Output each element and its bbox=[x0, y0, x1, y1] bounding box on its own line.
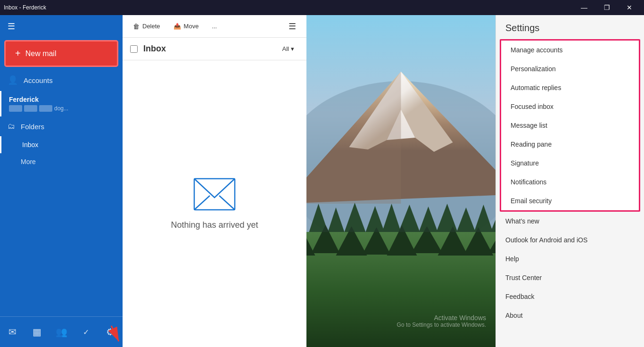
settings-plain-group: What's new Outlook for Android and iOS H… bbox=[496, 212, 644, 325]
svg-line-4 bbox=[219, 196, 235, 210]
sidebar: ☰ + New mail 👤 Accounts Ferderick dog... bbox=[0, 15, 123, 347]
calendar-nav-button[interactable]: ▦ bbox=[25, 321, 48, 343]
svg-rect-2 bbox=[194, 179, 235, 210]
email-block-3 bbox=[39, 105, 52, 112]
settings-highlighted-group: Manage accounts Personalization Automati… bbox=[500, 39, 640, 212]
email-block-2 bbox=[24, 105, 37, 112]
mail-nav-button[interactable]: ✉ bbox=[1, 321, 24, 343]
tasks-nav-button[interactable]: ✓ bbox=[74, 321, 97, 343]
plus-icon: + bbox=[15, 48, 21, 59]
person-icon: 👤 bbox=[8, 75, 18, 85]
select-all-button[interactable]: ☰ bbox=[284, 18, 301, 34]
mail-header: Inbox All ▾ bbox=[123, 38, 306, 60]
settings-nav-button[interactable]: ⚙ bbox=[99, 321, 122, 343]
minimize-button[interactable]: — bbox=[573, 0, 595, 15]
settings-item-focused-inbox[interactable]: Focused inbox bbox=[501, 97, 639, 116]
folder-icon: 🗂 bbox=[8, 122, 15, 131]
title-bar: Inbox - Ferderick — ❐ ✕ bbox=[0, 0, 644, 15]
mail-empty-state: Nothing has arrived yet bbox=[123, 60, 306, 347]
settings-item-feedback[interactable]: Feedback bbox=[496, 287, 644, 306]
more-toolbar-icon: ... bbox=[212, 23, 217, 30]
calendar-icon: ▦ bbox=[33, 326, 41, 338]
mail-toolbar: 🗑 Delete 📤 Move ... ☰ bbox=[123, 15, 306, 38]
account-email-row: dog... bbox=[9, 105, 115, 112]
inbox-title: Inbox bbox=[143, 44, 166, 54]
move-button[interactable]: 📤 Move bbox=[169, 20, 204, 33]
settings-item-whats-new[interactable]: What's new bbox=[496, 212, 644, 231]
delete-button[interactable]: 🗑 Delete bbox=[128, 20, 165, 33]
filter-label: All bbox=[282, 45, 289, 52]
settings-panel: Settings Manage accounts Personalization… bbox=[495, 15, 644, 347]
email-block-1 bbox=[9, 105, 22, 112]
settings-item-email-security[interactable]: Email security bbox=[501, 191, 639, 210]
email-suffix: dog... bbox=[54, 105, 68, 112]
app-body: ☰ + New mail 👤 Accounts Ferderick dog... bbox=[0, 15, 644, 347]
delete-label: Delete bbox=[142, 23, 160, 30]
settings-item-outlook-mobile[interactable]: Outlook for Android and iOS bbox=[496, 231, 644, 249]
hamburger-button[interactable]: ☰ bbox=[0, 15, 23, 38]
settings-item-reading-pane[interactable]: Reading pane bbox=[501, 135, 639, 154]
move-icon: 📤 bbox=[173, 23, 181, 30]
maximize-button[interactable]: ❐ bbox=[596, 0, 618, 15]
mail-area: 🗑 Delete 📤 Move ... ☰ Inbox All ▾ bbox=[123, 15, 306, 347]
settings-item-trust-center[interactable]: Trust Center bbox=[496, 268, 644, 287]
settings-title: Settings bbox=[496, 15, 644, 39]
account-name: Ferderick bbox=[9, 96, 115, 103]
new-mail-button[interactable]: + New mail bbox=[6, 41, 117, 66]
filter-button[interactable]: All ▾ bbox=[278, 42, 299, 55]
sidebar-item-inbox[interactable]: Inbox bbox=[0, 136, 123, 153]
people-nav-button[interactable]: 👥 bbox=[50, 321, 73, 343]
settings-item-help[interactable]: Help bbox=[496, 249, 644, 268]
delete-icon: 🗑 bbox=[133, 23, 140, 30]
background-mountain bbox=[306, 15, 495, 347]
settings-item-notifications[interactable]: Notifications bbox=[501, 173, 639, 191]
sidebar-top: ☰ + New mail 👤 Accounts Ferderick dog... bbox=[0, 15, 123, 316]
account-item[interactable]: Ferderick dog... bbox=[0, 91, 123, 116]
folders-label: Folders bbox=[21, 123, 44, 131]
empty-envelope-icon bbox=[193, 178, 236, 211]
chevron-down-icon: ▾ bbox=[291, 45, 294, 52]
empty-message: Nothing has arrived yet bbox=[171, 220, 258, 230]
inbox-folder-label: Inbox bbox=[22, 141, 38, 149]
window-title: Inbox - Ferderick bbox=[4, 4, 46, 11]
svg-line-3 bbox=[194, 196, 210, 210]
window-controls: — ❐ ✕ bbox=[573, 0, 640, 15]
background-area: Activate Windows Go to Settings to activ… bbox=[306, 15, 495, 347]
folders-section[interactable]: 🗂 Folders bbox=[0, 116, 123, 136]
tasks-icon: ✓ bbox=[83, 328, 89, 337]
new-mail-label: New mail bbox=[25, 50, 57, 58]
close-button[interactable]: ✕ bbox=[619, 0, 640, 15]
settings-item-automatic-replies[interactable]: Automatic replies bbox=[501, 78, 639, 97]
more-label: More bbox=[21, 158, 36, 165]
settings-item-about[interactable]: About bbox=[496, 306, 644, 325]
mail-icon: ✉ bbox=[8, 326, 17, 338]
hamburger-icon: ☰ bbox=[8, 21, 15, 32]
accounts-label: Accounts bbox=[24, 76, 53, 84]
select-all-checkbox[interactable] bbox=[130, 45, 138, 53]
settings-item-personalization[interactable]: Personalization bbox=[501, 59, 639, 78]
settings-item-message-list[interactable]: Message list bbox=[501, 116, 639, 135]
people-icon: 👥 bbox=[56, 326, 67, 338]
more-toolbar-button[interactable]: ... bbox=[207, 20, 222, 33]
settings-item-signature[interactable]: Signature bbox=[501, 154, 639, 173]
move-label: Move bbox=[184, 23, 199, 30]
settings-item-manage-accounts[interactable]: Manage accounts bbox=[501, 41, 639, 59]
sidebar-item-more[interactable]: More bbox=[0, 153, 123, 170]
settings-icon: ⚙ bbox=[106, 326, 115, 338]
sidebar-bottom-nav: ✉ ▦ 👥 ✓ ⚙ bbox=[0, 316, 123, 347]
select-all-icon: ☰ bbox=[289, 21, 296, 32]
accounts-section[interactable]: 👤 Accounts bbox=[0, 69, 123, 91]
